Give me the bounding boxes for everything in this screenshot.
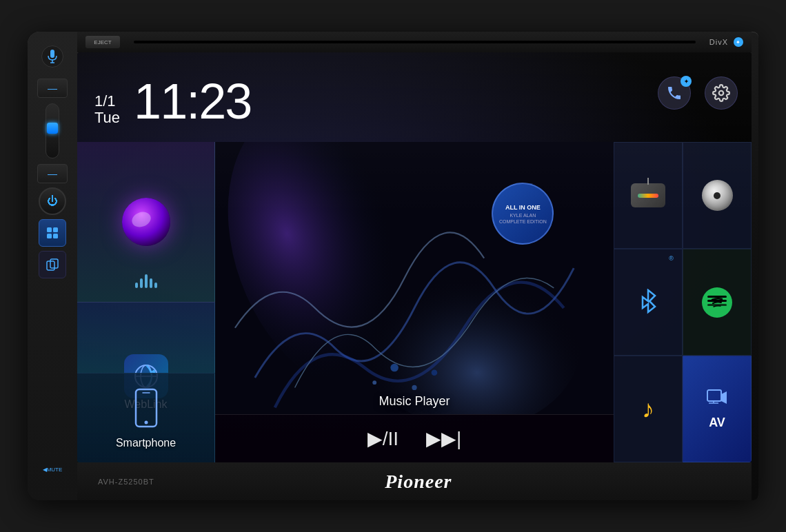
svg-point-21 (372, 380, 376, 385)
svg-rect-23 (707, 390, 721, 401)
line-art (215, 142, 614, 414)
av-tile[interactable]: AV (683, 356, 752, 462)
voice-wave (135, 274, 157, 288)
bluetooth-indicator: ✦ (734, 37, 743, 47)
bluetooth-tile[interactable]: ® (614, 249, 683, 356)
music-player: ALL IN ONE KYLE ALAN COMPLETE EDITION Mu… (215, 142, 614, 462)
radio-icon (631, 183, 665, 207)
svg-rect-0 (50, 50, 54, 58)
av-label: AV (709, 416, 725, 430)
phone-button[interactable]: ✦ (658, 76, 691, 110)
power-button[interactable]: ⏻ (39, 187, 66, 215)
button-up[interactable]: — (37, 79, 68, 98)
bluetooth-registered: ® (669, 255, 674, 262)
datetime-display: 1/1 Tue 11:23 (94, 76, 251, 126)
smartphone-tile[interactable]: Smartphone (77, 373, 215, 462)
album-badge: ALL IN ONE KYLE ALAN COMPLETE EDITION (492, 183, 554, 245)
smartphone-label: Smartphone (116, 437, 176, 449)
svg-rect-5 (47, 234, 52, 238)
svg-point-20 (432, 369, 438, 376)
bluetooth-icon (636, 289, 661, 316)
right-panel: ® (614, 142, 752, 462)
music-note-icon: ♪ (642, 395, 654, 424)
smartphone-icon (132, 387, 160, 431)
next-button[interactable]: ▶▶| (426, 427, 461, 450)
eject-button[interactable]: EJECT (85, 36, 120, 48)
album-artist: KYLE ALAN (510, 213, 536, 218)
cd-icon (702, 180, 733, 211)
svg-point-13 (144, 420, 148, 424)
day-display: Tue (94, 110, 120, 126)
cd-tile[interactable] (683, 142, 752, 249)
svg-rect-6 (53, 234, 58, 238)
settings-button[interactable] (705, 76, 738, 110)
source-button[interactable] (39, 251, 66, 278)
brand-name: Pioneer (385, 471, 452, 493)
music-note-tile[interactable]: ♪ (614, 356, 683, 462)
top-right-icons: ✦ (658, 76, 738, 110)
player-controls: ▶/II ▶▶| (215, 414, 614, 462)
main-screen: 1/1 Tue 11:23 ✦ (77, 52, 752, 462)
mic-button[interactable] (41, 45, 63, 68)
svg-point-19 (412, 385, 416, 390)
home-button[interactable] (39, 219, 66, 247)
spotify-icon (702, 287, 732, 318)
radio-tile[interactable] (614, 142, 683, 249)
top-right-labels: DivX ✦ (709, 37, 743, 47)
button-down[interactable]: — (37, 164, 68, 183)
voice-tile[interactable] (77, 142, 215, 303)
av-icon (706, 389, 728, 413)
device-top-bar: EJECT DivX ✦ (77, 32, 752, 52)
svg-point-18 (390, 364, 399, 372)
bluetooth-badge: ✦ (681, 76, 692, 87)
mute-button[interactable]: ◀MUTE (43, 467, 63, 473)
svg-rect-4 (53, 227, 58, 232)
svg-rect-3 (47, 227, 52, 232)
album-art[interactable]: ALL IN ONE KYLE ALAN COMPLETE EDITION Mu… (215, 142, 614, 414)
album-edition: COMPLETE EDITION (499, 219, 547, 224)
device-body: — — ⏻ ◀MUTE EJECT DivX (28, 32, 758, 500)
device-bottom-bar: AVH-Z5250BT Pioneer (77, 462, 752, 500)
music-player-label: Music Player (215, 394, 614, 409)
album-title: ALL IN ONE (505, 204, 541, 212)
screen-content: 1/1 Tue 11:23 ✦ (77, 52, 752, 462)
play-pause-button[interactable]: ▶/II (367, 427, 399, 450)
cd-slot (134, 41, 696, 43)
time-display: 11:23 (134, 76, 251, 126)
voice-orb (122, 198, 170, 246)
volume-slider[interactable] (46, 103, 59, 158)
left-control-strip: — — ⏻ ◀MUTE (28, 32, 77, 500)
date-display: 1/1 (94, 93, 120, 110)
model-number: AVH-Z5250BT (98, 478, 154, 486)
spotify-tile[interactable] (683, 249, 752, 356)
